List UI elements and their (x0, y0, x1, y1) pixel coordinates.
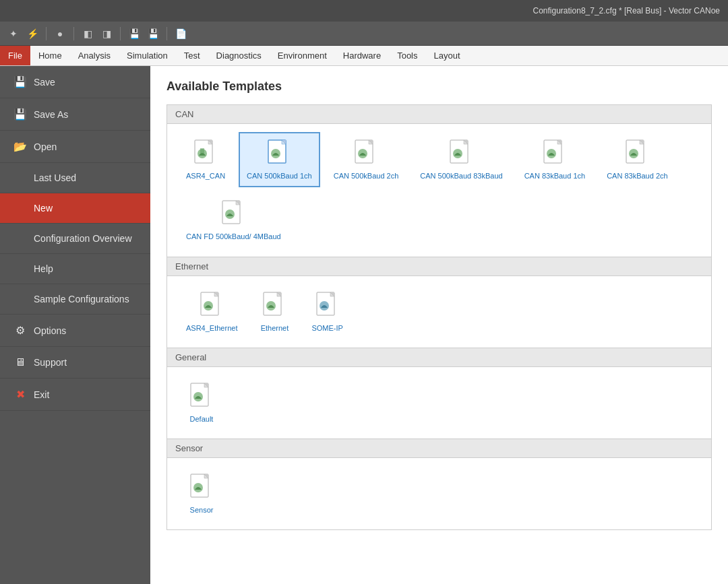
support-icon: 🖥 (13, 356, 27, 368)
options-icon: ⚙ (13, 324, 27, 337)
sidebar-config-overview-label: Configuration Overview (34, 233, 132, 244)
open-icon: 📂 (13, 140, 27, 153)
main-layout: 💾 Save 💾 Save As 📂 Open Last Used New Co… (0, 66, 728, 584)
can500k83k-label: CAN 500kBaud 83kBaud (420, 171, 502, 181)
default-icon (188, 382, 215, 412)
template-canfd500k[interactable]: CAN FD 500kBaud/ 4MBaud (178, 193, 289, 248)
sidebar-help-label: Help (34, 263, 53, 274)
sidebar-exit-label: Exit (34, 389, 49, 400)
template-ethernet[interactable]: Ethernet (251, 284, 298, 339)
sidebar-item-save[interactable]: 💾 Save (0, 66, 150, 98)
menu-home[interactable]: Home (30, 46, 70, 65)
toolbar-sep-3 (120, 27, 121, 40)
template-can500k2ch[interactable]: CAN 500kBaud 2ch (326, 132, 407, 187)
menu-simulation[interactable]: Simulation (119, 46, 176, 65)
sidebar-new-label: New (34, 203, 53, 214)
asr4-eth-icon (198, 291, 225, 321)
toolbar-icon-5[interactable]: ◨ (98, 26, 115, 42)
template-can83k1ch[interactable]: CAN 83kBaud 1ch (516, 132, 594, 187)
menu-tools[interactable]: Tools (389, 46, 425, 65)
section-content-can: ASR4_CAN CAN 500kBaud 1ch (167, 124, 711, 257)
toolbar-icon-save[interactable]: 💾 (126, 26, 142, 42)
sidebar-support-label: Support (34, 357, 67, 368)
sidebar-open-label: Open (34, 141, 57, 152)
menu-file[interactable]: File (0, 46, 30, 65)
sidebar-item-sample-configs[interactable]: Sample Configurations (0, 284, 150, 315)
template-sensor[interactable]: Sensor (178, 466, 225, 521)
menu-bar: File Home Analysis Simulation Test Diagn… (0, 46, 728, 66)
sidebar-item-help[interactable]: Help (0, 254, 150, 284)
someip-icon (314, 291, 341, 321)
toolbar-sep-2 (73, 27, 74, 40)
exit-icon: ✖ (13, 388, 27, 401)
templates-container: CAN A (166, 104, 712, 530)
asr4-can-icon (192, 139, 219, 168)
section-header-sensor: Sensor (167, 439, 711, 458)
sidebar-item-new[interactable]: New (0, 193, 150, 224)
can83k2ch-label: CAN 83kBaud 2ch (607, 171, 668, 181)
toolbar-icon-3[interactable]: ● (52, 26, 68, 42)
menu-diagnostics[interactable]: Diagnostics (208, 46, 270, 65)
page-title: Available Templates (166, 79, 712, 94)
can500k2ch-label: CAN 500kBaud 2ch (334, 171, 399, 181)
section-content-ethernet: ASR4_Ethernet Ethernet (167, 276, 711, 348)
toolbar-icon-doc[interactable]: 📄 (173, 26, 189, 42)
template-can500k83k[interactable]: CAN 500kBaud 83kBaud (412, 132, 510, 187)
sidebar-item-support[interactable]: 🖥 Support (0, 347, 150, 379)
section-content-general: Default (167, 367, 711, 439)
can500k83k-icon (448, 139, 475, 168)
title-bar: Configuration8_7_2.cfg * [Real Bus] - Ve… (0, 0, 728, 22)
section-header-ethernet: Ethernet (167, 257, 711, 276)
can500k1ch-icon (266, 139, 293, 168)
sidebar-item-config-overview[interactable]: Configuration Overview (0, 224, 150, 254)
template-someip[interactable]: SOME-IP (303, 284, 351, 339)
toolbar-sep-1 (46, 27, 47, 40)
ethernet-icon (261, 291, 288, 321)
sidebar-item-exit[interactable]: ✖ Exit (0, 379, 150, 411)
template-default[interactable]: Default (178, 375, 225, 430)
sidebar: 💾 Save 💾 Save As 📂 Open Last Used New Co… (0, 66, 150, 584)
sidebar-last-used-label: Last Used (34, 172, 76, 183)
menu-test[interactable]: Test (176, 46, 208, 65)
menu-analysis[interactable]: Analysis (70, 46, 119, 65)
sidebar-save-as-label: Save As (34, 109, 68, 120)
toolbar-icon-4[interactable]: ◧ (80, 26, 96, 42)
section-header-general: General (167, 348, 711, 367)
canfd500k-icon (220, 199, 247, 229)
toolbar: ✦ ⚡ ● ◧ ◨ 💾 💾 📄 (0, 22, 728, 46)
toolbar-icon-1[interactable]: ✦ (5, 26, 22, 42)
ethernet-label: Ethernet (261, 323, 289, 333)
template-asr4-can[interactable]: ASR4_CAN (178, 132, 233, 187)
toolbar-icon-save2[interactable]: 💾 (145, 26, 161, 42)
can83k1ch-label: CAN 83kBaud 1ch (524, 171, 586, 181)
can500k2ch-icon (353, 139, 380, 168)
sidebar-sample-configs-label: Sample Configurations (34, 294, 129, 304)
canfd500k-label: CAN FD 500kBaud/ 4MBaud (186, 232, 281, 241)
template-asr4-eth[interactable]: ASR4_Ethernet (178, 284, 245, 339)
sidebar-options-label: Options (34, 325, 66, 336)
menu-layout[interactable]: Layout (426, 46, 468, 65)
sidebar-item-open[interactable]: 📂 Open (0, 131, 150, 163)
can83k2ch-icon (624, 139, 650, 168)
can83k1ch-icon (541, 139, 568, 168)
template-can500k1ch[interactable]: CAN 500kBaud 1ch (239, 132, 320, 187)
default-label: Default (190, 414, 214, 424)
sidebar-item-options[interactable]: ⚙ Options (0, 315, 150, 347)
sidebar-item-last-used[interactable]: Last Used (0, 163, 150, 193)
sensor-icon (188, 473, 215, 502)
toolbar-icon-2[interactable]: ⚡ (24, 26, 40, 42)
can500k1ch-label: CAN 500kBaud 1ch (247, 171, 312, 181)
content-area: Available Templates CAN (150, 66, 728, 584)
asr4-can-label: ASR4_CAN (186, 171, 225, 181)
asr4-eth-label: ASR4_Ethernet (186, 323, 237, 333)
save-as-icon: 💾 (13, 108, 27, 121)
template-can83k2ch[interactable]: CAN 83kBaud 2ch (599, 132, 676, 187)
menu-environment[interactable]: Environment (270, 46, 335, 65)
svg-rect-4 (200, 148, 204, 154)
save-icon: 💾 (13, 75, 27, 88)
menu-hardware[interactable]: Hardware (335, 46, 389, 65)
section-header-can: CAN (167, 105, 711, 124)
section-content-sensor: Sensor (167, 458, 711, 529)
title-text: Configuration8_7_2.cfg * [Real Bus] - Ve… (533, 6, 721, 15)
sidebar-item-save-as[interactable]: 💾 Save As (0, 98, 150, 131)
